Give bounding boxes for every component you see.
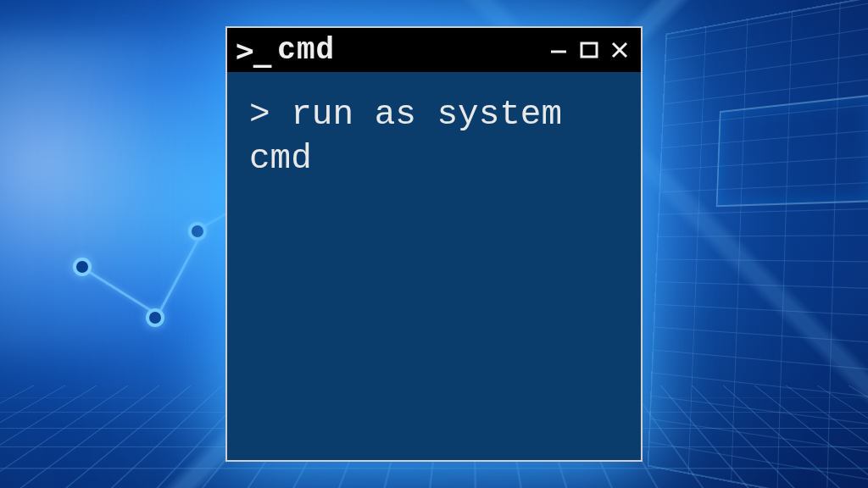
command-text: run as system cmd [249, 95, 562, 178]
maximize-button[interactable] [578, 39, 600, 61]
command-prompt-symbol: > [249, 95, 291, 134]
terminal-line: > run as system cmd [249, 92, 619, 181]
window-controls [548, 39, 631, 61]
minimize-button[interactable] [548, 39, 570, 61]
close-button[interactable] [609, 39, 631, 61]
terminal-prompt-icon: >_ [236, 33, 270, 68]
window-titlebar[interactable]: >_ cmd [227, 28, 641, 72]
terminal-window: >_ cmd > run as system cmd [225, 26, 643, 462]
svg-rect-1 [581, 43, 597, 57]
terminal-window-glow: >_ cmd > run as system cmd [225, 26, 643, 462]
terminal-body[interactable]: > run as system cmd [227, 72, 641, 460]
window-title: cmd [277, 33, 335, 68]
